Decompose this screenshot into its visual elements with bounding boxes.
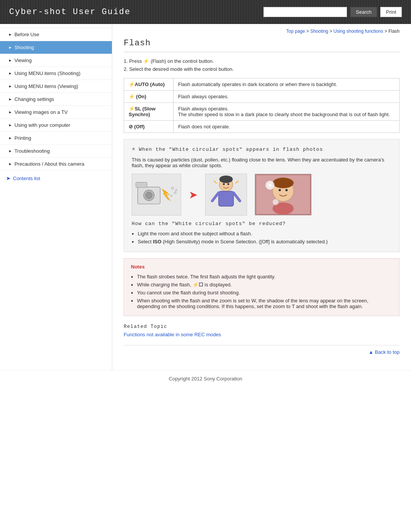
notes-box: Notes The flash strobes twice. The first… (124, 258, 400, 316)
breadcrumb-shooting[interactable]: Shooting (310, 29, 328, 34)
chevron-right-icon: ► (8, 149, 12, 153)
svg-rect-12 (218, 191, 233, 206)
main-content: Top page > Shooting > Using shooting fun… (112, 24, 411, 370)
chevron-right-icon: ► (8, 71, 12, 75)
related-topic-section: Related Topic Functions not available in… (124, 324, 400, 337)
chevron-right-icon: ► (8, 84, 12, 88)
sidebar-item-label: Troubleshooting (14, 148, 50, 154)
sidebar-item-before-use[interactable]: ► Before Use (0, 28, 112, 41)
svg-rect-3 (136, 182, 147, 188)
list-item: When shooting with the flash and the zoo… (131, 297, 392, 310)
svg-point-28 (269, 184, 272, 187)
tip-title-text: When the "White circular spots" appears … (139, 147, 323, 152)
sidebar-item-label: Printing (14, 135, 31, 141)
chevron-right-icon: ► (8, 136, 12, 140)
sidebar-item-printing[interactable]: ► Printing (0, 132, 112, 145)
chevron-right-icon: ► (8, 45, 12, 50)
search-button[interactable]: Search (350, 7, 377, 17)
reduction-title: How can the "White circular spots" be re… (132, 221, 392, 227)
footer: Copyright 2012 Sony Corporation (0, 370, 411, 387)
list-item: Light the room and shoot the subject wit… (132, 230, 392, 238)
breadcrumb-using-shooting[interactable]: Using shooting functions (333, 29, 383, 34)
app-title: Cyber-shot User Guide (9, 7, 131, 17)
sidebar-item-label: Using with your computer (14, 122, 70, 128)
sidebar-item-menu-viewing[interactable]: ► Using MENU items (Viewing) (0, 80, 112, 93)
sidebar-item-label: Shooting (14, 45, 34, 50)
contents-list-link[interactable]: ➤ Contents list (0, 171, 112, 186)
chevron-right-icon: ► (8, 32, 12, 37)
print-button[interactable]: Print (380, 7, 402, 17)
sidebar-item-label: Before Use (14, 32, 39, 37)
header-controls: Search Print (263, 7, 402, 17)
svg-point-23 (279, 189, 281, 191)
sidebar-item-label: Viewing (14, 58, 32, 63)
svg-point-22 (272, 178, 293, 189)
list-item: While charging the flash, ⚡☐ is displaye… (131, 281, 392, 289)
list-item: Select ISO (High Sensitivity) mode in Sc… (132, 238, 392, 246)
sidebar-item-label: Using MENU items (Viewing) (14, 83, 78, 89)
table-row: ⚡AUTO (Auto) Flash automatically operate… (124, 78, 400, 91)
breadcrumb: Top page > Shooting > Using shooting fun… (124, 24, 400, 38)
sidebar-item-viewing[interactable]: ► Viewing (0, 54, 112, 67)
svg-point-2 (145, 192, 152, 199)
sidebar-item-shooting[interactable]: ► Shooting (0, 41, 112, 54)
chevron-right-icon: ► (8, 162, 12, 166)
illustration-row: ➤ (132, 174, 392, 216)
notes-title: Notes (131, 264, 392, 270)
related-topic-link[interactable]: Functions not available in some REC mode… (124, 332, 221, 337)
flash-mode-desc-on: Flash always operates. (174, 91, 400, 103)
sidebar-item-viewing-tv[interactable]: ► Viewing images on a TV (0, 106, 112, 119)
tip-description: This is caused by particles (dust, polle… (132, 157, 392, 168)
sidebar-item-precautions[interactable]: ► Precautions / About this camera (0, 158, 112, 171)
breadcrumb-sep2: > (330, 29, 333, 34)
photo-result-illustration (255, 174, 312, 216)
reduction-list: Light the room and shoot the subject wit… (132, 230, 392, 246)
svg-point-9 (175, 189, 177, 191)
sidebar-item-troubleshooting[interactable]: ► Troubleshooting (0, 145, 112, 158)
svg-point-11 (219, 176, 233, 183)
tip-icon: ☀ (132, 145, 136, 153)
page-title: Flash (124, 38, 400, 52)
arrow-right-icon: ➤ (6, 175, 11, 181)
camera-flash-svg (132, 174, 181, 216)
svg-line-14 (234, 193, 240, 201)
sidebar-item-changing-settings[interactable]: ► Changing settings (0, 93, 112, 106)
related-topic-title: Related Topic (124, 324, 400, 329)
notes-list: The flash strobes twice. The first flash… (131, 273, 392, 310)
flash-mode-table: ⚡AUTO (Auto) Flash automatically operate… (124, 78, 400, 133)
svg-line-17 (214, 181, 217, 184)
search-input[interactable] (263, 7, 347, 17)
photo-result-svg (255, 174, 311, 216)
sidebar-item-menu-shooting[interactable]: ► Using MENU items (Shooting) (0, 67, 112, 80)
sidebar: ► Before Use ► Shooting ► Viewing ► Usin… (0, 24, 112, 370)
svg-line-18 (236, 181, 239, 184)
breadcrumb-sep: > (306, 29, 310, 34)
list-item: The flash strobes twice. The first flash… (131, 273, 392, 281)
breadcrumb-flash: Flash (389, 29, 400, 34)
tip-title: ☀ When the "White circular spots" appear… (132, 145, 392, 153)
chevron-right-icon: ► (8, 97, 12, 101)
svg-point-27 (272, 199, 279, 205)
back-to-top-link[interactable]: ▲ Back to top (368, 349, 400, 355)
list-item: You cannot use the flash during burst sh… (131, 289, 392, 297)
svg-point-16 (227, 183, 229, 185)
main-layout: ► Before Use ► Shooting ► Viewing ► Usin… (0, 24, 411, 370)
person-svg (206, 174, 247, 216)
header: Cyber-shot User Guide Search Print (0, 0, 411, 24)
steps-section: 1. Press ⚡ (Flash) on the control button… (124, 58, 400, 72)
flash-mode-desc-auto: Flash automatically operates in dark loc… (174, 78, 400, 91)
breadcrumb-sep3: > (384, 29, 388, 34)
svg-line-13 (212, 193, 219, 201)
sidebar-item-label: Changing settings (14, 96, 54, 102)
back-to-top: ▲ Back to top (124, 345, 400, 355)
sidebar-item-label: Precautions / About this camera (14, 161, 84, 167)
breadcrumb-top[interactable]: Top page (286, 29, 305, 34)
sidebar-item-computer[interactable]: ► Using with your computer (0, 119, 112, 132)
sidebar-item-label: Viewing images on a TV (14, 109, 68, 115)
chevron-right-icon: ► (8, 123, 12, 127)
flash-mode-icon-off: ⊘ (Off) (124, 121, 174, 133)
table-row: ⊘ (Off) Flash does not operate. (124, 121, 400, 133)
flash-mode-icon-slow: ⚡SL (Slow Synchro) (124, 103, 174, 121)
step-1: 1. Press ⚡ (Flash) on the control button… (124, 58, 400, 64)
svg-point-15 (223, 183, 225, 185)
